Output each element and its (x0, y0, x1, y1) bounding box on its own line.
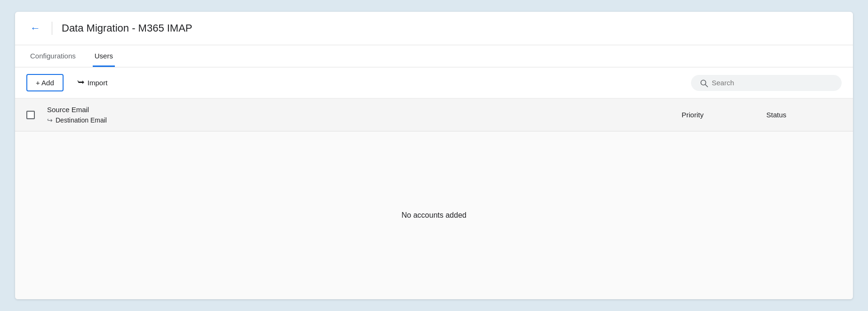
import-icon: ⮩ (78, 79, 85, 87)
svg-point-0 (701, 80, 706, 85)
header: ← Data Migration - M365 IMAP (15, 12, 853, 45)
header-divider (52, 22, 52, 35)
table-container: Source Email ↪ Destination Email Priorit… (15, 98, 853, 299)
add-button[interactable]: + Add (26, 74, 64, 91)
email-col-header: Source Email ↪ Destination Email (47, 98, 682, 131)
toolbar: + Add ⮩ Import (15, 67, 853, 98)
tab-users[interactable]: Users (93, 45, 115, 67)
empty-state: No accounts added (15, 131, 853, 299)
back-button[interactable]: ← (28, 20, 42, 36)
dest-arrow-icon: ↪ (47, 116, 53, 124)
status-header: Status (766, 111, 787, 119)
destination-email-header: Destination Email (56, 116, 107, 124)
back-arrow-icon: ← (30, 22, 40, 34)
checkbox-col (26, 98, 47, 131)
search-input[interactable] (712, 79, 833, 87)
app-container: ← Data Migration - M365 IMAP Configurati… (15, 12, 853, 299)
tabs-bar: Configurations Users (15, 45, 853, 67)
tab-configurations[interactable]: Configurations (28, 45, 78, 67)
status-col-header: Status (766, 98, 842, 131)
empty-state-message: No accounts added (402, 211, 466, 220)
priority-header: Priority (682, 111, 704, 119)
search-box (691, 75, 842, 91)
search-icon (699, 79, 708, 87)
priority-col-header: Priority (682, 98, 766, 131)
import-label: Import (88, 79, 108, 87)
dest-email-row: ↪ Destination Email (47, 116, 682, 124)
table-header: Source Email ↪ Destination Email Priorit… (15, 98, 853, 131)
source-email-header: Source Email (47, 106, 682, 114)
svg-line-1 (706, 84, 708, 87)
page-title: Data Migration - M365 IMAP (62, 22, 193, 34)
import-button[interactable]: ⮩ Import (69, 75, 116, 90)
select-all-checkbox[interactable] (26, 111, 35, 119)
